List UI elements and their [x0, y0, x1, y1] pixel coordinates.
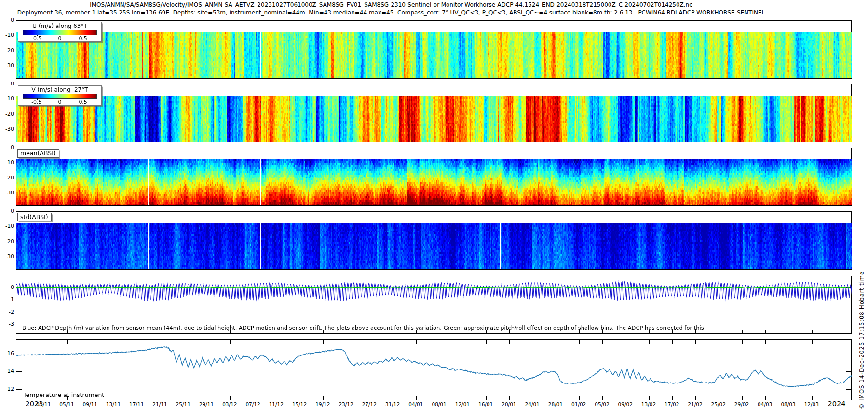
x-tick-label: 01/11	[32, 401, 54, 407]
std_absi-y-tick-label: -10	[0, 223, 14, 229]
u-colorbar-tick-labels: -0.500.5	[23, 35, 97, 41]
std_absi-y-tick-label: 0	[0, 208, 14, 214]
x-tick-label: 16/01	[475, 401, 497, 407]
mean_absi-y-tick-label: -30	[0, 190, 14, 196]
panel-mean-absi: mean(ABSI)	[16, 148, 852, 206]
x-tick-label: 03/12	[218, 401, 241, 407]
panel-u-velocity: U (m/s) along 63°T -0.500.5	[16, 20, 852, 79]
u-colorbar-gradient	[23, 30, 97, 35]
imos-copyright-watermark: © IMOS 14-Dec-2025 17:15:08 Hobart time	[858, 271, 865, 409]
x-tick-label: 12/01	[451, 401, 474, 407]
mean_absi-y-tick-label: 0	[0, 144, 14, 150]
u-y-tick-label: -30	[0, 62, 14, 68]
mean-absi-label: mean(ABSI)	[17, 149, 59, 158]
x-tick-label: 17/02	[661, 401, 683, 407]
std-absi-label: std(ABSI)	[17, 213, 52, 221]
mean-absi-heatmap	[16, 159, 852, 205]
temp-y-tick-label: 14	[0, 368, 14, 374]
v-velocity-heatmap	[16, 96, 852, 142]
v-y-tick-label: 0	[0, 81, 14, 87]
x-tick-label: 21/02	[684, 401, 706, 407]
x-tick-label: 13/11	[102, 401, 124, 407]
adcp-figure: IMOS/ANMN/SA/SAM8SG/Velocity/IMOS_ANMN-S…	[0, 0, 868, 410]
x-tick-label: 19/12	[312, 401, 334, 407]
v-colorbar-gradient	[23, 94, 97, 99]
u-y-tick-label: 0	[0, 17, 14, 23]
v-y-tick-label: -30	[0, 126, 14, 132]
x-tick-label: 24/01	[521, 401, 543, 407]
u-y-tick-label: -10	[0, 32, 14, 38]
x-tick-label: 25/11	[172, 401, 194, 407]
u-colorbar-tick-label: -0.5	[31, 35, 41, 41]
u-velocity-heatmap	[16, 32, 852, 78]
u-colorbar-tick-label: 0.5	[79, 35, 87, 41]
x-tick-label: 04/03	[754, 401, 776, 407]
x-tick-label: 08/03	[777, 401, 800, 407]
x-tick-label: 05/02	[591, 401, 613, 407]
mean_absi-y-tick-label: -20	[0, 175, 14, 181]
depth-y-tick-label: -1	[0, 296, 14, 302]
u-colorbar-tick-label: 0	[58, 35, 62, 41]
x-tick-label: 28/01	[544, 401, 567, 407]
temp-y-tick-label: 12	[0, 386, 14, 392]
x-tick-label: 09/02	[614, 401, 637, 407]
x-tick-label: 21/11	[149, 401, 171, 407]
u-legend: U (m/s) along 63°T -0.500.5	[18, 22, 102, 42]
x-tick-label: 09/11	[79, 401, 101, 407]
v-legend-title: V (m/s) along -27°T	[18, 86, 101, 93]
panel-depth-variation: Blue: ADCP Depth (m) variation from sens…	[16, 276, 852, 334]
v-colorbar-tick-label: -0.5	[31, 99, 41, 105]
x-tick-label: 20/01	[498, 401, 520, 407]
std-absi-heatmap	[16, 223, 852, 269]
std_absi-y-tick-label: -20	[0, 238, 14, 245]
depth-y-tick-label: -2	[0, 309, 14, 315]
figure-title-filename: IMOS/ANMN/SA/SAM8SG/Velocity/IMOS_ANMN-S…	[0, 1, 782, 8]
panel-std-absi: std(ABSI)	[16, 211, 852, 270]
x-tick-label: 08/01	[428, 401, 450, 407]
x-axis-year-end: 2024	[824, 400, 849, 408]
v-colorbar-tick-label: 0.5	[79, 99, 87, 105]
u-legend-title: U (m/s) along 63°T	[18, 22, 101, 29]
depth-variation-caption: Blue: ADCP Depth (m) variation from sens…	[22, 325, 705, 331]
v-colorbar-tick-label: 0	[58, 99, 62, 105]
v-legend: V (m/s) along -27°T -0.500.5	[18, 85, 102, 106]
x-tick-label: 15/12	[288, 401, 311, 407]
x-tick-label: 27/12	[358, 401, 380, 407]
x-tick-label: 04/01	[405, 401, 427, 407]
v-y-tick-label: -10	[0, 96, 14, 102]
x-tick-label: 29/11	[195, 401, 217, 407]
depth-y-tick-label: -3	[0, 321, 14, 327]
figure-title-deployment-info: Deployment 36, member 1 lat=35.25S lon=1…	[0, 9, 782, 16]
x-tick-label: 12/03	[800, 401, 823, 407]
x-tick-label: 25/02	[707, 401, 730, 407]
x-tick-label: 01/02	[568, 401, 590, 407]
temperature-label: Temperature at instrument	[23, 391, 104, 398]
panel-temperature: Temperature at instrument	[16, 339, 852, 400]
x-tick-label: 31/12	[381, 401, 404, 407]
depth-y-tick-label: 0	[0, 284, 14, 290]
temperature-lineplot	[16, 340, 852, 400]
x-tick-label: 17/11	[125, 401, 148, 407]
panel-v-velocity: V (m/s) along -27°T -0.500.5	[16, 84, 852, 142]
x-tick-label: 07/12	[242, 401, 264, 407]
temp-y-tick-label: 16	[0, 350, 14, 356]
u-y-tick-label: -20	[0, 47, 14, 54]
v-y-tick-label: -20	[0, 111, 14, 117]
x-tick-label: 11/12	[265, 401, 287, 407]
x-tick-label: 29/02	[731, 401, 753, 407]
std_absi-y-tick-label: -30	[0, 253, 14, 260]
x-tick-label: 13/02	[637, 401, 660, 407]
mean_absi-y-tick-label: -10	[0, 159, 14, 165]
x-tick-label: 05/11	[55, 401, 78, 407]
v-colorbar-tick-labels: -0.500.5	[23, 99, 97, 105]
x-tick-label: 23/12	[335, 401, 357, 407]
